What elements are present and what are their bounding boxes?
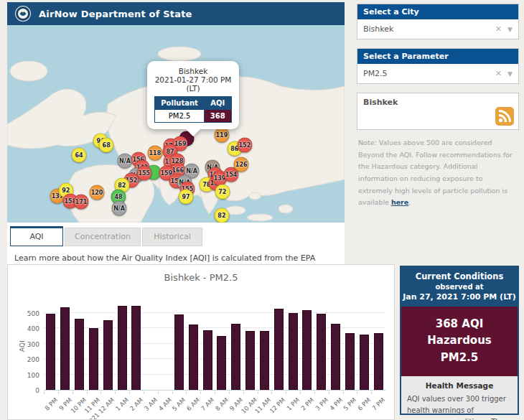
aqi-marker[interactable]: 64 [72,147,87,162]
parameter-select-widget: Select a Parameter PM2.5 ✕ ▼ [357,48,519,84]
parameter-dropdown-caret-icon[interactable]: ▼ [507,70,513,78]
aqi-marker[interactable]: 82 [214,208,229,223]
x-tick [343,391,344,394]
aqi-marker[interactable]: 155 [136,165,151,180]
chart-bar[interactable] [203,330,212,390]
aqi-marker[interactable]: 119 [214,127,229,142]
chart-bar[interactable] [302,310,312,390]
aqi-marker[interactable]: 152 [237,137,252,152]
chart-bar[interactable] [360,335,369,390]
chart-bar[interactable] [217,336,226,390]
chart-bar[interactable] [231,324,240,390]
app-header: AirNow Department of State [7,2,345,25]
y-tick-label: 500 [27,310,44,317]
app-title: AirNow Department of State [39,9,192,19]
tab-historical[interactable]: Historical [142,228,202,246]
x-tick-label: 1 PM [286,396,301,412]
health-message-title: Health Message [407,381,512,390]
x-tick [371,391,372,394]
chart-bar[interactable] [331,324,340,390]
aqi-marker[interactable]: N/A [112,200,127,215]
x-tick [44,391,45,394]
popup-city: Bishkek [151,67,235,75]
chart-bar[interactable] [189,325,198,390]
aqi-marker[interactable]: 72 [215,185,230,200]
x-tick [243,391,244,394]
popup-aqi-value: 368 [204,110,231,123]
city-dropdown-caret-icon[interactable]: ▼ [507,26,513,33]
chart-bar[interactable] [118,306,127,390]
x-tick-label: 4 AM [157,396,173,412]
parameter-select-dropdown[interactable]: PM2.5 ✕ ▼ [357,64,518,83]
city-clear-icon[interactable]: ✕ [495,24,502,34]
x-tick [144,391,144,394]
y-tick-label: 0 [35,387,44,394]
chart-bar[interactable] [274,309,284,390]
x-tick-label: 2 AM [128,396,144,412]
aqi-marker[interactable]: N/A [118,153,133,168]
chart-area: AQI 01002003004005008 PM9 PM10 PM11 PM27… [44,289,387,420]
feed-city-name: Bishkek [363,98,513,107]
aqi-marker[interactable]: 118 [147,145,162,160]
chart-bar[interactable] [103,320,113,390]
x-tick-label: 6 PM [357,396,373,412]
y-tick-label: 200 [27,356,44,363]
y-tick-label: 300 [27,341,44,348]
city-select-label: Select a City [357,4,518,19]
popup-table: Pollutant AQI PM2.5 368 [154,96,231,123]
aqi-marker[interactable]: 120 [90,185,105,200]
x-tick [87,391,88,394]
x-tick-label: 5 PM [342,396,358,412]
chart-bar[interactable] [131,306,141,390]
chart-bar[interactable] [75,319,84,390]
conditions-pollutant: PM2.5 [403,350,516,366]
popup-datetime: 2021-01-27 7:00 PM [151,75,235,84]
chart-bar[interactable] [46,314,55,390]
x-tick-label: 3 AM [143,396,159,412]
x-tick-label: 10 PM [69,396,87,414]
popup-pollutant-value: PM2.5 [155,110,205,123]
aqi-marker[interactable]: 171 [73,195,88,210]
x-tick [200,391,201,394]
map-popup: Bishkek 2021-01-27 7:00 PM (LT) Pollutan… [147,61,239,129]
x-tick [286,391,286,394]
x-tick-label: 7 PM [371,396,387,412]
x-tick-label: 5 AM [171,396,187,412]
conditions-aqi-box: 368 AQI Hazardous PM2.5 [401,307,518,376]
tab-concentration[interactable]: Concentration [65,228,141,246]
chart-bar[interactable] [260,331,269,391]
chart-bar[interactable] [345,333,355,390]
chart-bar[interactable] [245,331,255,391]
aqi-marker[interactable]: 126 [234,157,249,172]
city-select-value: Bishkek [363,24,495,34]
health-message-text: AQI values over 300 trigger health warni… [407,393,512,420]
chart-bar[interactable] [60,307,70,390]
x-tick [158,391,159,394]
x-tick [129,391,130,394]
chart-bar[interactable] [289,313,298,390]
tab-aqi[interactable]: AQI [10,226,63,246]
x-tick-label: 8 AM [214,396,230,412]
x-tick-label: 8 PM [43,396,59,412]
city-select-dropdown[interactable]: Bishkek ✕ ▼ [357,19,518,39]
note-link[interactable]: here [391,198,408,206]
aqi-marker[interactable]: 97 [179,189,194,204]
beyond-aqi-note: Note: Values above 500 are considered Be… [357,137,519,209]
parameter-clear-icon[interactable]: ✕ [495,69,502,78]
chart-bar[interactable] [89,328,98,390]
rss-icon[interactable] [495,107,514,126]
aqi-marker[interactable]: 68 [99,137,114,152]
conditions-title: Current Conditions [403,271,516,281]
x-tick-label: 4 PM [328,396,344,412]
aqi-map[interactable]: 649668118N/A156142N/A1551521379215817112… [7,25,345,223]
chart-bar[interactable] [174,314,184,390]
note-suffix: . [408,198,411,206]
chart-bar[interactable] [317,314,326,391]
popup-col-pollutant: Pollutant [155,97,205,110]
x-tick [314,391,315,394]
city-feed-box: Bishkek [357,93,519,130]
conditions-subtitle: observed at [403,283,516,291]
chart-bar[interactable] [374,333,383,390]
chart-title: Bishkek - PM2.5 [8,272,394,283]
x-tick-label: 3 PM [314,396,329,412]
